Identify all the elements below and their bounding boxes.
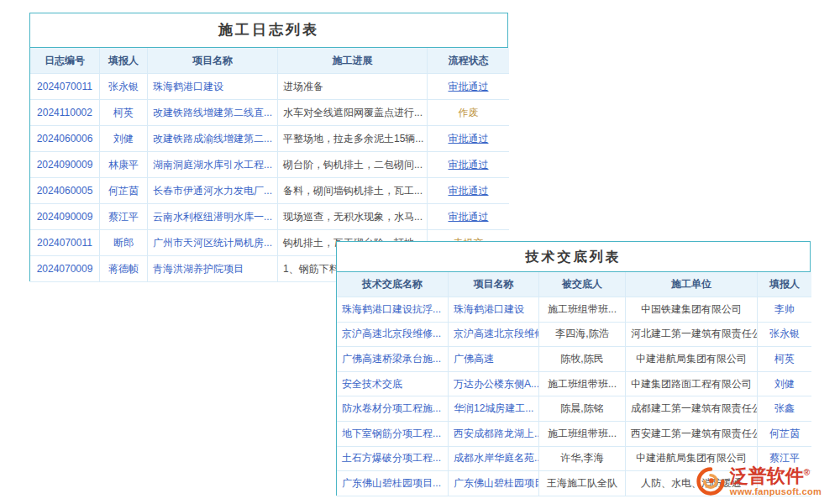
column-header: 日志编号 [30,48,100,74]
disclosed-person-text: 李四海,陈浩 [539,323,626,348]
project-name-link[interactable]: 广东佛山碧桂园项目 [449,471,539,496]
construction-unit-text: 中建集团路面工程有限公司 [626,372,758,397]
construction-unit-text: 中国铁建集团有限公司 [626,297,758,323]
filler-name-link[interactable]: 蔡江平 [100,204,148,230]
column-header: 填报人 [758,272,811,297]
project-name-link[interactable]: 成都水岸华庭名苑... [449,447,539,472]
project-name-link[interactable]: 湖南洞庭湖水库引水工程... [148,152,278,178]
log-id-link[interactable]: 2024090009 [30,152,100,178]
disclosure-name-link[interactable]: 京沪高速北京段维修... [337,323,449,348]
log-id-link[interactable]: 2024070009 [30,256,100,282]
project-name-link[interactable]: 广佛高速 [449,347,539,372]
disclosure-name-link[interactable]: 防水卷材分项工程施... [337,396,449,422]
filler-name-link[interactable]: 刘健 [758,372,811,397]
table-row: 地下室钢筋分项工程...西安成都路龙湖上...施工班组带班...西安建工第一建筑… [337,422,811,447]
column-header: 技术交底名称 [337,272,449,297]
filler-name-link[interactable]: 柯英 [758,347,811,372]
project-name-link[interactable]: 西安成都路龙湖上... [449,422,539,447]
project-name-link[interactable]: 广州市天河区统计局机房... [148,230,278,256]
column-header: 项目名称 [449,272,539,297]
filler-name-link[interactable]: 张鑫 [758,396,811,422]
table-row: 2024060006刘健改建铁路成渝线增建第二...平整场地，拉走多余泥土15辆… [30,126,509,152]
table-row: 广佛高速桥梁承台施...广佛高速陈牧,陈民中建港航局集团有限公司柯英 [337,347,811,372]
disclosure-name-link[interactable]: 地下室钢筋分项工程... [337,422,449,447]
filler-name-link[interactable]: 何芷茵 [100,178,148,204]
column-header: 填报人 [100,48,148,74]
table-row: 2024090009林康平湖南洞庭湖水库引水工程...砌台阶，钩机排土，二包砌间… [30,152,509,178]
disclosed-person-text: 陈牧,陈民 [539,347,626,372]
log-id-link[interactable]: 2024070011 [30,74,100,100]
project-name-link[interactable]: 青海洪湖养护院项目 [148,256,278,282]
status-link[interactable]: 审批通过 [449,133,489,144]
construction-unit-text: 西安建工第一建筑有限责任公司 [626,422,758,447]
project-name-link[interactable]: 改建铁路成渝线增建第二... [148,126,278,152]
filler-name-link[interactable]: 何芷茵 [758,422,811,447]
column-header: 施工进展 [278,48,428,74]
brand-url: www.fanpusoft.com [730,487,822,497]
disclosure-name-link[interactable]: 安全技术交底 [337,372,449,397]
technical-disclosure-panel: 技术交底列表 技术交底名称项目名称被交底人施工单位填报人 珠海鹤港口建设抗浮..… [336,241,811,496]
filler-name-link[interactable]: 断郎 [100,230,148,256]
table-row: 安全技术交底万达办公楼东侧A...施工班组带班...中建集团路面工程有限公司刘健 [337,372,811,397]
disclosure-name-link[interactable]: 土石方爆破分项工程... [337,447,449,472]
column-header: 被交底人 [539,272,626,297]
status-link[interactable]: 审批通过 [449,81,489,92]
filler-name-link[interactable]: 李帅 [758,297,811,323]
disclosed-person-text: 王海施工队全队 [539,471,626,496]
filler-name-link[interactable]: 柯英 [100,100,148,126]
progress-text: 平整场地，拉走多余泥土15辆... [278,126,428,152]
project-name-link[interactable]: 改建铁路线增建第二线直... [148,100,278,126]
disclosure-name-link[interactable]: 广佛高速桥梁承台施... [337,347,449,372]
disclosed-person-text: 陈晨,陈铭 [539,396,626,422]
disclosure-name-link[interactable]: 广东佛山碧桂园项目... [337,471,449,496]
status-link[interactable]: 作废 [459,107,479,118]
status-link[interactable]: 审批通过 [449,211,489,223]
status-cell: 审批通过 [428,152,509,178]
project-name-link[interactable]: 京沪高速北京段维修 [449,323,539,348]
log-id-link[interactable]: 2024090009 [30,204,100,230]
construction-unit-text: 中建港航局集团有限公司 [626,347,758,372]
project-name-link[interactable]: 万达办公楼东侧A... [449,372,539,397]
log-id-link[interactable]: 2024110002 [30,100,100,126]
project-name-link[interactable]: 珠海鹤港口建设 [449,297,539,323]
log-id-link[interactable]: 2024060006 [30,126,100,152]
table-row: 珠海鹤港口建设抗浮...珠海鹤港口建设施工班组带班...中国铁建集团有限公司李帅 [337,297,811,323]
disclosure-panel-title: 技术交底列表 [337,242,810,272]
progress-text: 现场巡查，无积水现象，水马... [278,204,428,230]
disclosure-name-link[interactable]: 珠海鹤港口建设抗浮... [337,297,449,323]
project-name-link[interactable]: 华润12城房建工... [449,396,539,422]
table-row: 防水卷材分项工程施...华润12城房建工...陈晨,陈铭成都建工第一建筑有限责任… [337,396,811,422]
table-row: 京沪高速北京段维修...京沪高速北京段维修李四海,陈浩河北建工第一建筑有限责任公… [337,323,811,348]
table-row: 2024060005何芷茵长春市伊通河水力发电厂...备料，砌间墙钩机排土，瓦工… [30,178,509,204]
project-name-link[interactable]: 长春市伊通河水力发电厂... [148,178,278,204]
vendor-watermark: 泛普软件® www.fanpusoft.com [696,466,822,497]
project-name-link[interactable]: 云南水利枢纽潜明水库一... [148,204,278,230]
status-cell: 审批通过 [428,126,509,152]
disclosed-person-text: 施工班组带班... [539,372,626,397]
header-row: 技术交底名称项目名称被交底人施工单位填报人 [337,272,811,297]
project-name-link[interactable]: 珠海鹤港口建设 [148,74,278,100]
log-panel-title: 施工日志列表 [30,13,507,48]
status-link[interactable]: 审批通过 [449,159,489,171]
log-id-link[interactable]: 2024070011 [30,230,100,256]
brand-name: 泛普软件® [730,466,822,486]
filler-name-link[interactable]: 蒋德帧 [100,256,148,282]
status-cell: 作废 [428,100,509,126]
column-header: 施工单位 [626,272,758,297]
status-cell: 审批通过 [428,178,509,204]
filler-name-link[interactable]: 林康平 [100,152,148,178]
table-row: 2024090009蔡江平云南水利枢纽潜明水库一...现场巡查，无积水现象，水马… [30,204,509,230]
status-link[interactable]: 审批通过 [449,185,489,197]
filler-name-link[interactable]: 刘健 [100,126,148,152]
disclosed-person-text: 施工班组带班... [539,422,626,447]
page-background: { "log_panel": { "title": "施工日志列表", "col… [0,0,840,504]
log-table-head: 日志编号填报人项目名称施工进展流程状态 [30,48,509,74]
header-row: 日志编号填报人项目名称施工进展流程状态 [30,48,509,74]
construction-unit-text: 河北建工第一建筑有限责任公司 [626,323,758,348]
technical-disclosure-table: 技术交底名称项目名称被交底人施工单位填报人 珠海鹤港口建设抗浮...珠海鹤港口建… [337,272,811,496]
fanpu-logo-icon [696,466,726,496]
filler-name-link[interactable]: 张永银 [100,74,148,100]
log-id-link[interactable]: 2024060005 [30,178,100,204]
filler-name-link[interactable]: 张永银 [758,323,811,348]
progress-text: 备料，砌间墙钩机排土，瓦工... [278,178,428,204]
